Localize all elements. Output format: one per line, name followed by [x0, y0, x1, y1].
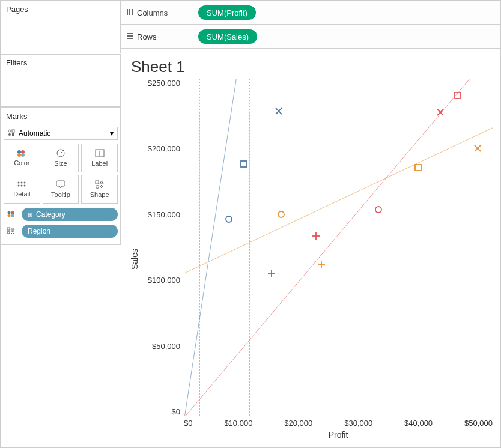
label-icon: T [95, 149, 105, 159]
svg-rect-3 [12, 133, 14, 136]
x-axis-title: Profit [184, 430, 493, 440]
y-tick: $0 [141, 407, 180, 416]
tooltip-icon [56, 180, 65, 190]
svg-point-2 [8, 133, 11, 136]
y-axis-ticks: $250,000$200,000$150,000$100,000$50,000$… [141, 79, 184, 416]
svg-rect-1 [12, 130, 14, 132]
x-tick: $10,000 [224, 419, 252, 428]
svg-point-14 [18, 185, 20, 187]
svg-rect-35 [127, 38, 133, 39]
svg-rect-31 [129, 9, 130, 15]
filters-label: Filters [1, 55, 120, 71]
plus-icon: ⊞ [28, 211, 32, 218]
detail-label: Detail [13, 190, 30, 198]
data-marker[interactable] [436, 108, 445, 117]
y-tick: $250,000 [141, 79, 180, 88]
x-tick: $30,000 [344, 419, 372, 428]
category-pill-label: Category [36, 210, 65, 219]
rows-label: Rows [137, 32, 157, 41]
detail-icon [17, 181, 26, 189]
rows-pill[interactable]: SUM(Sales) [198, 29, 257, 44]
svg-point-28 [7, 231, 10, 234]
columns-label: Columns [137, 8, 168, 17]
shape-icon [95, 180, 105, 190]
marks-panel: Marks Automatic ▾ Color [1, 107, 121, 245]
svg-rect-32 [132, 9, 133, 15]
pages-label: Pages [1, 1, 120, 17]
data-marker[interactable] [312, 232, 320, 240]
svg-point-22 [8, 211, 11, 214]
columns-icon [126, 8, 133, 17]
svg-rect-18 [96, 181, 99, 184]
svg-point-6 [17, 153, 21, 157]
size-icon [55, 149, 66, 159]
svg-marker-27 [11, 228, 14, 230]
detail-button[interactable]: Detail [4, 175, 40, 204]
svg-point-23 [11, 211, 14, 214]
color-pill-row[interactable]: ⊞ Category [1, 206, 120, 223]
marks-type-text: Automatic [19, 129, 50, 138]
rows-shelf[interactable]: Rows SUM(Sales) [121, 25, 500, 49]
chart-plot[interactable] [184, 79, 493, 416]
svg-rect-30 [127, 9, 128, 15]
data-marker[interactable] [374, 205, 383, 214]
svg-marker-19 [100, 181, 103, 184]
size-button[interactable]: Size [43, 144, 79, 172]
y-tick: $200,000 [141, 144, 180, 153]
x-axis-ticks: $0$10,000$20,000$30,000$40,000$50,000 [184, 416, 493, 428]
svg-point-24 [8, 214, 11, 217]
svg-point-12 [21, 182, 23, 184]
viz-area: Sheet 1 Sales $250,000$200,000$150,000$1… [121, 49, 500, 447]
region-pill[interactable]: Region [22, 225, 118, 238]
svg-point-16 [24, 185, 26, 187]
marks-type-select[interactable]: Automatic ▾ [4, 127, 118, 140]
size-label: Size [54, 160, 67, 167]
svg-rect-52 [455, 92, 461, 98]
chevron-down-icon: ▾ [110, 129, 114, 138]
x-tick: $0 [184, 419, 192, 428]
svg-marker-29 [11, 231, 14, 234]
color-icon [17, 150, 26, 158]
y-tick: $100,000 [141, 276, 180, 285]
shape-small-icon [4, 226, 18, 237]
data-marker[interactable] [454, 91, 462, 100]
rows-pill-label: SUM(Sales) [207, 32, 249, 41]
svg-point-13 [24, 182, 26, 184]
svg-point-25 [11, 214, 14, 217]
svg-rect-34 [127, 35, 133, 37]
svg-point-51 [375, 207, 381, 213]
svg-line-50 [184, 79, 493, 416]
marks-label: Marks [1, 108, 120, 124]
region-pill-label: Region [28, 227, 50, 235]
columns-pill-label: SUM(Profit) [207, 8, 247, 17]
y-tick: $150,000 [141, 210, 180, 219]
svg-rect-26 [7, 228, 10, 230]
color-button[interactable]: Color [4, 144, 40, 172]
label-label: Label [91, 160, 108, 167]
svg-rect-17 [56, 181, 65, 186]
svg-text:T: T [97, 150, 101, 157]
svg-point-11 [18, 182, 20, 184]
rows-icon [126, 32, 133, 41]
pages-panel[interactable]: Pages [1, 1, 121, 53]
svg-rect-33 [127, 33, 133, 34]
svg-point-20 [96, 186, 99, 189]
shape-pill-row[interactable]: Region [1, 223, 120, 240]
x-tick: $50,000 [464, 419, 493, 428]
sheet-title[interactable]: Sheet 1 [131, 58, 493, 76]
x-tick: $20,000 [284, 419, 312, 428]
svg-point-15 [21, 185, 23, 187]
tooltip-button[interactable]: Tooltip [43, 175, 79, 204]
label-button[interactable]: T Label [81, 144, 118, 172]
shape-label: Shape [90, 191, 109, 198]
filters-panel[interactable]: Filters [1, 54, 121, 107]
marks-shape-auto-icon [8, 129, 15, 138]
category-pill[interactable]: ⊞ Category [22, 208, 118, 221]
tooltip-label: Tooltip [51, 191, 70, 198]
shape-button[interactable]: Shape [81, 175, 118, 204]
columns-pill[interactable]: SUM(Profit) [198, 5, 256, 20]
columns-shelf[interactable]: Columns SUM(Profit) [121, 1, 500, 25]
trend-line [184, 79, 493, 416]
y-axis-title: Sales [129, 79, 141, 440]
svg-point-7 [21, 153, 25, 157]
